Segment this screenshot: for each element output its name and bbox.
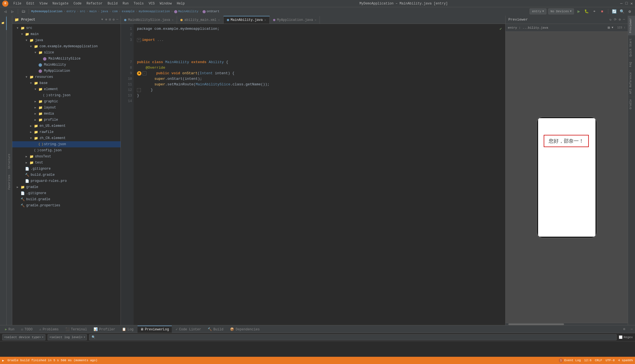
grid-view-btn[interactable]: ⊞ [608,25,610,30]
log-level-select[interactable]: <select log level> ▼ [48,334,87,340]
rsidebar-quickstart[interactable]: Quick Start [628,36,635,59]
hide-icon[interactable]: — [116,18,118,22]
menu-vcs[interactable]: VCS [146,1,157,7]
previewer-settings[interactable]: ⚙ [619,18,621,22]
btab-problems[interactable]: ⚠ Problems [36,326,62,333]
run-button[interactable]: ▶ [576,8,582,14]
run-gutter-icon[interactable]: ● [137,71,141,76]
structure-tab[interactable]: Structure [7,152,11,171]
tree-element[interactable]: ▼ 📁 element [12,86,121,92]
close-btn[interactable]: ✕ [631,1,633,6]
btab-codelinter[interactable]: ✓ Code Linter [173,326,204,333]
run-with-coverage-btn[interactable]: ☂ [591,8,597,14]
tree-myapplication[interactable]: ⬤ MyApplication [12,68,121,74]
tree-package[interactable]: ▼ 📁 com.example.mydemoapplication [12,43,121,49]
forward-btn[interactable]: ▷ [9,8,16,14]
devices-selector[interactable]: No Devices ▼ [548,8,574,14]
btab-profiler[interactable]: 📊 Profiler [91,326,118,333]
tree-java[interactable]: ▼ 📁 java [12,37,121,43]
tree-profile[interactable]: ▶ 📁 profile [12,117,121,123]
tree-string-json-base[interactable]: { } string.json [12,92,121,98]
bc-mydemoapplication[interactable]: mydemoapplication [139,10,170,13]
line-ending-indicator[interactable]: CRLF [595,359,602,362]
tree-slice[interactable]: ▼ 📁 slice [12,49,121,56]
menu-window[interactable]: Window [158,1,174,7]
btab-build[interactable]: 🔨 Build [205,326,226,333]
menu-edit[interactable]: Edit [24,1,37,7]
menu-view[interactable]: View [37,1,50,7]
device-type-select[interactable]: <select device type> ▼ [2,334,45,340]
entry-selector[interactable]: entry ▼ [529,8,546,14]
rsidebar-faq[interactable]: FAQ [628,60,635,69]
tab-mainability[interactable]: MainAbility.java ✕ [224,16,270,24]
bc-entry[interactable]: entry [67,10,76,13]
btab-terminal[interactable]: ⬛ Terminal [63,326,90,333]
rsidebar-gradle[interactable]: Gradle [628,97,635,112]
menu-code[interactable]: Code [71,1,84,7]
tree-gradle-properties[interactable]: 🔨 gradle.properties [12,202,121,209]
menu-tools[interactable]: Tools [131,1,146,7]
menu-file[interactable]: File [11,1,24,7]
tree-mainability[interactable]: ⬤ MainAbility [12,62,121,68]
btab-previewerlog[interactable]: 🖥 PreviewerLog [138,326,172,333]
menu-refactor[interactable]: Refactor [84,1,105,7]
event-log-item[interactable]: 1 Event Log [559,358,581,363]
bc-java[interactable]: java [101,10,108,13]
tree-proguard[interactable]: 📄 proguard-rules.pro [12,178,121,184]
tree-string-json-zhcn[interactable]: { } string.json [12,141,121,147]
activity-project[interactable]: 📁 [0,17,7,30]
tree-src[interactable]: ▼ 📁 src [12,25,121,31]
btab-run[interactable]: ▶ Run [2,326,17,333]
indent-indicator[interactable]: 4 spa68% [618,359,633,362]
project-structure-btn[interactable]: 🗂 [20,8,26,14]
btab-log[interactable]: 📋 Log [119,326,136,333]
sync-btn[interactable]: 🔄 [611,8,617,14]
tree-zhcn[interactable]: ▼ 📁 zh_CN.element [12,135,121,141]
dropdown-arrow-icon[interactable]: ▼ [612,26,613,29]
log-search-bar[interactable]: 🔍 [89,334,617,340]
tree-build-gradle-entry[interactable]: 🔨 build.gradle [12,172,121,178]
previewer-scrollbar[interactable] [506,323,628,325]
menu-build[interactable]: Build [105,1,120,7]
bc-src[interactable]: src [80,10,85,13]
tab-close-slice[interactable]: ✕ [172,18,173,22]
rsidebar-apiref[interactable]: API Reference [628,70,635,96]
tree-gitignore-root[interactable]: 📄 .gitignore [12,190,121,196]
back-btn[interactable]: ◁ [2,8,8,14]
menu-run[interactable]: Run [120,1,131,7]
tab-close-java[interactable]: ✕ [264,18,266,22]
minimize-btn[interactable]: — [620,1,622,6]
stop-btn[interactable]: ■ [599,8,605,14]
bc-example[interactable]: example [122,10,134,13]
tab-close-myapp[interactable]: ✕ [315,18,316,22]
bc-com[interactable]: com [112,10,118,13]
tree-enus[interactable]: ▶ 📁 en_US.element [12,123,121,129]
bottom-settings-icon[interactable]: ⚙ [621,327,627,331]
tree-gitignore-entry[interactable]: 📄 .gitignore [12,166,121,172]
tree-gradle-folder[interactable]: ▶ 📁 gradle [12,184,121,190]
menu-help[interactable]: Help [175,1,187,7]
bc-onstart[interactable]: ⬤ onStart [202,10,219,13]
search-everywhere-btn[interactable]: 🔍 [619,8,625,14]
charset-indicator[interactable]: UTF-8 [605,359,615,362]
tree-layout[interactable]: ▶ 📁 layout [12,105,121,111]
rsidebar-previewer[interactable]: Previewer [628,16,635,35]
refresh-icon[interactable]: ↻ [609,18,611,22]
menu-navigate[interactable]: Navigate [50,1,71,7]
settings-btn[interactable]: ⚙ [627,8,633,14]
tab-myapplication[interactable]: MyApplication.java ✕ [270,16,320,24]
tree-resources[interactable]: ▼ 📁 resources [12,74,121,80]
run-status-icon[interactable]: ▶ [2,359,4,362]
code-content[interactable]: package com.example.mydemoapplication; ✔… [134,24,505,325]
maximize-btn[interactable]: □ [625,1,627,6]
tab-close-xml[interactable]: ✕ [218,18,220,22]
fold-method[interactable]: - [143,71,146,75]
tree-base[interactable]: ▼ 📁 base [12,80,121,86]
tree-mainabilityslice[interactable]: ⬤ MainAbilitySlice [12,56,121,62]
tree-media[interactable]: ▶ 📁 media [12,111,121,117]
bc-mainability[interactable]: ⬤ MainAbility [174,10,198,13]
project-dropdown-icon[interactable]: ▼ [101,18,103,21]
btab-todo[interactable]: ☑ TODO [18,326,35,333]
tree-test[interactable]: ▶ 📁 test [12,160,121,166]
debug-button[interactable]: 🐛 [583,8,590,14]
